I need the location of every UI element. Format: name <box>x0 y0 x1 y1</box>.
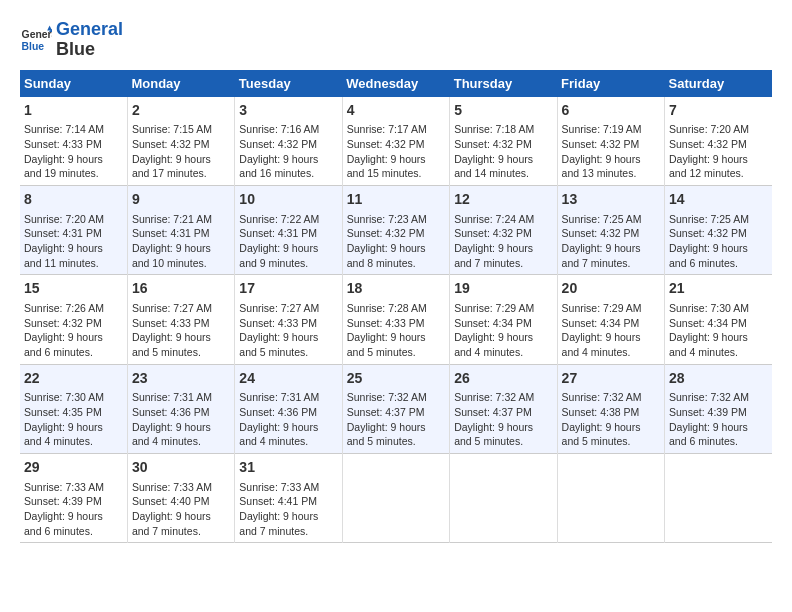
cell-info: Sunrise: 7:22 AM Sunset: 4:31 PM Dayligh… <box>239 212 337 271</box>
cell-info: Sunrise: 7:15 AM Sunset: 4:32 PM Dayligh… <box>132 122 230 181</box>
day-number: 18 <box>347 279 445 299</box>
cell-info: Sunrise: 7:32 AM Sunset: 4:37 PM Dayligh… <box>454 390 552 449</box>
col-header-wednesday: Wednesday <box>342 70 449 97</box>
day-number: 5 <box>454 101 552 121</box>
calendar-cell: 7Sunrise: 7:20 AM Sunset: 4:32 PM Daylig… <box>665 97 772 186</box>
calendar-cell: 28Sunrise: 7:32 AM Sunset: 4:39 PM Dayli… <box>665 364 772 453</box>
calendar-table: SundayMondayTuesdayWednesdayThursdayFrid… <box>20 70 772 544</box>
day-number: 22 <box>24 369 123 389</box>
day-number: 6 <box>562 101 660 121</box>
logo-icon: General Blue <box>20 24 52 56</box>
week-row-4: 22Sunrise: 7:30 AM Sunset: 4:35 PM Dayli… <box>20 364 772 453</box>
col-header-friday: Friday <box>557 70 664 97</box>
calendar-cell: 6Sunrise: 7:19 AM Sunset: 4:32 PM Daylig… <box>557 97 664 186</box>
calendar-cell: 24Sunrise: 7:31 AM Sunset: 4:36 PM Dayli… <box>235 364 342 453</box>
calendar-cell: 5Sunrise: 7:18 AM Sunset: 4:32 PM Daylig… <box>450 97 557 186</box>
calendar-cell: 18Sunrise: 7:28 AM Sunset: 4:33 PM Dayli… <box>342 275 449 364</box>
calendar-cell: 13Sunrise: 7:25 AM Sunset: 4:32 PM Dayli… <box>557 185 664 274</box>
cell-info: Sunrise: 7:30 AM Sunset: 4:35 PM Dayligh… <box>24 390 123 449</box>
calendar-cell: 2Sunrise: 7:15 AM Sunset: 4:32 PM Daylig… <box>127 97 234 186</box>
day-number: 23 <box>132 369 230 389</box>
cell-info: Sunrise: 7:16 AM Sunset: 4:32 PM Dayligh… <box>239 122 337 181</box>
day-number: 10 <box>239 190 337 210</box>
cell-info: Sunrise: 7:29 AM Sunset: 4:34 PM Dayligh… <box>562 301 660 360</box>
day-number: 21 <box>669 279 768 299</box>
calendar-cell: 30Sunrise: 7:33 AM Sunset: 4:40 PM Dayli… <box>127 453 234 542</box>
col-header-monday: Monday <box>127 70 234 97</box>
calendar-cell <box>450 453 557 542</box>
day-number: 25 <box>347 369 445 389</box>
cell-info: Sunrise: 7:18 AM Sunset: 4:32 PM Dayligh… <box>454 122 552 181</box>
day-number: 15 <box>24 279 123 299</box>
day-number: 17 <box>239 279 337 299</box>
calendar-cell: 31Sunrise: 7:33 AM Sunset: 4:41 PM Dayli… <box>235 453 342 542</box>
cell-info: Sunrise: 7:21 AM Sunset: 4:31 PM Dayligh… <box>132 212 230 271</box>
day-number: 29 <box>24 458 123 478</box>
day-number: 19 <box>454 279 552 299</box>
day-number: 31 <box>239 458 337 478</box>
cell-info: Sunrise: 7:24 AM Sunset: 4:32 PM Dayligh… <box>454 212 552 271</box>
calendar-header-row: SundayMondayTuesdayWednesdayThursdayFrid… <box>20 70 772 97</box>
day-number: 13 <box>562 190 660 210</box>
day-number: 11 <box>347 190 445 210</box>
day-number: 16 <box>132 279 230 299</box>
calendar-cell: 26Sunrise: 7:32 AM Sunset: 4:37 PM Dayli… <box>450 364 557 453</box>
day-number: 8 <box>24 190 123 210</box>
cell-info: Sunrise: 7:25 AM Sunset: 4:32 PM Dayligh… <box>669 212 768 271</box>
col-header-thursday: Thursday <box>450 70 557 97</box>
cell-info: Sunrise: 7:25 AM Sunset: 4:32 PM Dayligh… <box>562 212 660 271</box>
calendar-cell: 14Sunrise: 7:25 AM Sunset: 4:32 PM Dayli… <box>665 185 772 274</box>
cell-info: Sunrise: 7:32 AM Sunset: 4:39 PM Dayligh… <box>669 390 768 449</box>
cell-info: Sunrise: 7:23 AM Sunset: 4:32 PM Dayligh… <box>347 212 445 271</box>
day-number: 1 <box>24 101 123 121</box>
cell-info: Sunrise: 7:33 AM Sunset: 4:40 PM Dayligh… <box>132 480 230 539</box>
cell-info: Sunrise: 7:26 AM Sunset: 4:32 PM Dayligh… <box>24 301 123 360</box>
cell-info: Sunrise: 7:33 AM Sunset: 4:41 PM Dayligh… <box>239 480 337 539</box>
calendar-cell: 25Sunrise: 7:32 AM Sunset: 4:37 PM Dayli… <box>342 364 449 453</box>
cell-info: Sunrise: 7:19 AM Sunset: 4:32 PM Dayligh… <box>562 122 660 181</box>
cell-info: Sunrise: 7:14 AM Sunset: 4:33 PM Dayligh… <box>24 122 123 181</box>
day-number: 4 <box>347 101 445 121</box>
col-header-sunday: Sunday <box>20 70 127 97</box>
calendar-cell: 27Sunrise: 7:32 AM Sunset: 4:38 PM Dayli… <box>557 364 664 453</box>
calendar-cell: 19Sunrise: 7:29 AM Sunset: 4:34 PM Dayli… <box>450 275 557 364</box>
calendar-cell: 16Sunrise: 7:27 AM Sunset: 4:33 PM Dayli… <box>127 275 234 364</box>
day-number: 30 <box>132 458 230 478</box>
cell-info: Sunrise: 7:32 AM Sunset: 4:37 PM Dayligh… <box>347 390 445 449</box>
day-number: 24 <box>239 369 337 389</box>
calendar-cell: 23Sunrise: 7:31 AM Sunset: 4:36 PM Dayli… <box>127 364 234 453</box>
svg-text:Blue: Blue <box>22 40 45 51</box>
day-number: 3 <box>239 101 337 121</box>
cell-info: Sunrise: 7:27 AM Sunset: 4:33 PM Dayligh… <box>239 301 337 360</box>
day-number: 7 <box>669 101 768 121</box>
calendar-cell: 17Sunrise: 7:27 AM Sunset: 4:33 PM Dayli… <box>235 275 342 364</box>
cell-info: Sunrise: 7:31 AM Sunset: 4:36 PM Dayligh… <box>239 390 337 449</box>
calendar-cell: 4Sunrise: 7:17 AM Sunset: 4:32 PM Daylig… <box>342 97 449 186</box>
week-row-2: 8Sunrise: 7:20 AM Sunset: 4:31 PM Daylig… <box>20 185 772 274</box>
cell-info: Sunrise: 7:29 AM Sunset: 4:34 PM Dayligh… <box>454 301 552 360</box>
cell-info: Sunrise: 7:27 AM Sunset: 4:33 PM Dayligh… <box>132 301 230 360</box>
day-number: 2 <box>132 101 230 121</box>
calendar-cell <box>665 453 772 542</box>
calendar-cell: 12Sunrise: 7:24 AM Sunset: 4:32 PM Dayli… <box>450 185 557 274</box>
cell-info: Sunrise: 7:32 AM Sunset: 4:38 PM Dayligh… <box>562 390 660 449</box>
col-header-saturday: Saturday <box>665 70 772 97</box>
day-number: 14 <box>669 190 768 210</box>
week-row-5: 29Sunrise: 7:33 AM Sunset: 4:39 PM Dayli… <box>20 453 772 542</box>
calendar-cell: 8Sunrise: 7:20 AM Sunset: 4:31 PM Daylig… <box>20 185 127 274</box>
calendar-cell: 1Sunrise: 7:14 AM Sunset: 4:33 PM Daylig… <box>20 97 127 186</box>
day-number: 28 <box>669 369 768 389</box>
logo-text: GeneralBlue <box>56 20 123 60</box>
calendar-cell: 9Sunrise: 7:21 AM Sunset: 4:31 PM Daylig… <box>127 185 234 274</box>
calendar-cell: 11Sunrise: 7:23 AM Sunset: 4:32 PM Dayli… <box>342 185 449 274</box>
calendar-cell: 22Sunrise: 7:30 AM Sunset: 4:35 PM Dayli… <box>20 364 127 453</box>
week-row-3: 15Sunrise: 7:26 AM Sunset: 4:32 PM Dayli… <box>20 275 772 364</box>
cell-info: Sunrise: 7:33 AM Sunset: 4:39 PM Dayligh… <box>24 480 123 539</box>
day-number: 26 <box>454 369 552 389</box>
cell-info: Sunrise: 7:20 AM Sunset: 4:31 PM Dayligh… <box>24 212 123 271</box>
week-row-1: 1Sunrise: 7:14 AM Sunset: 4:33 PM Daylig… <box>20 97 772 186</box>
day-number: 27 <box>562 369 660 389</box>
calendar-cell: 21Sunrise: 7:30 AM Sunset: 4:34 PM Dayli… <box>665 275 772 364</box>
logo: General Blue GeneralBlue <box>20 20 123 60</box>
calendar-cell: 29Sunrise: 7:33 AM Sunset: 4:39 PM Dayli… <box>20 453 127 542</box>
